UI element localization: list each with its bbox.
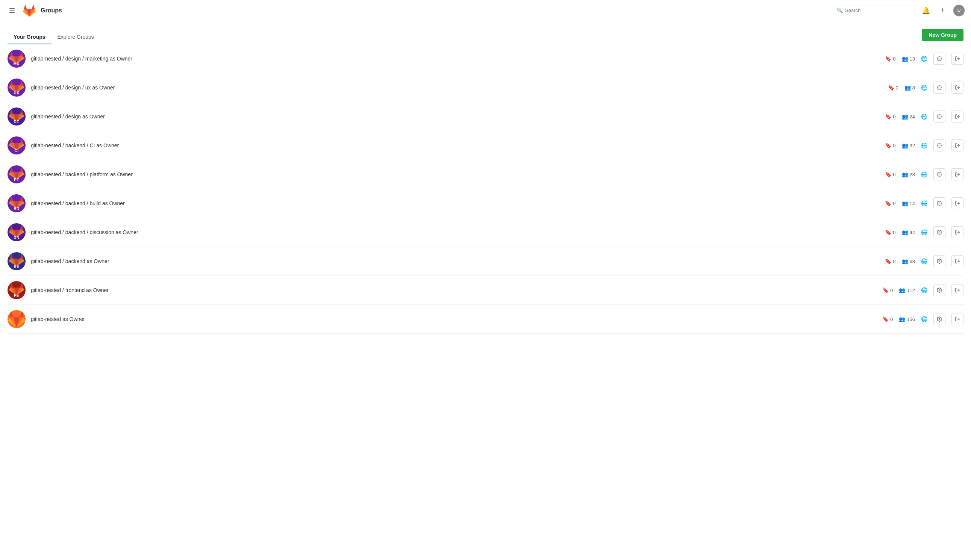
group-name[interactable]: gitlab-nested / design / ux as Owner <box>31 85 888 91</box>
members-count: 👥 156 <box>899 316 915 322</box>
bookmark-icon: 🔖 <box>885 113 891 120</box>
main-content: Your Groups Explore Groups New Group MK … <box>0 21 971 334</box>
settings-button[interactable] <box>933 313 946 325</box>
bookmark-count: 🔖 0 <box>885 142 896 148</box>
leave-button[interactable] <box>951 197 963 209</box>
bookmark-icon: 🔖 <box>885 200 891 206</box>
group-initials: UX <box>14 91 20 95</box>
settings-button[interactable] <box>933 226 946 238</box>
group-name[interactable]: gitlab-nested as Owner <box>31 316 882 322</box>
members-count: 👥 28 <box>902 172 915 177</box>
gear-icon <box>937 317 942 322</box>
add-button[interactable]: + <box>936 5 948 17</box>
leave-button[interactable] <box>951 284 963 296</box>
svg-point-4 <box>939 116 940 117</box>
tabs-container: Your Groups Explore Groups <box>8 25 100 44</box>
members-count: 👥 14 <box>902 200 915 206</box>
leave-button[interactable] <box>951 82 963 93</box>
bookmark-value: 0 <box>893 56 896 62</box>
group-avatar: FE <box>8 281 25 299</box>
settings-button[interactable] <box>933 255 946 267</box>
group-meta: 🔖 0 👥 24 🌐 <box>885 110 963 123</box>
leave-button[interactable] <box>951 255 963 267</box>
bookmark-icon: 🔖 <box>885 229 891 235</box>
settings-button[interactable] <box>933 168 946 180</box>
group-name[interactable]: gitlab-nested / backend / platform as Ow… <box>31 172 885 177</box>
visibility-indicator: 🌐 <box>921 113 928 120</box>
settings-button[interactable] <box>933 197 946 209</box>
visibility-indicator: 🌐 <box>921 142 928 148</box>
hamburger-menu-button[interactable]: ☰ <box>6 5 18 17</box>
leave-icon <box>955 201 960 206</box>
group-name[interactable]: gitlab-nested / frontend as Owner <box>31 287 882 293</box>
members-value: 14 <box>910 201 915 206</box>
group-row: PF gitlab-nested / backend / platform as… <box>8 160 963 189</box>
group-name[interactable]: gitlab-nested / backend / build as Owner <box>31 200 885 206</box>
group-meta: 🔖 0 👥 156 🌐 <box>882 313 963 325</box>
members-icon: 👥 <box>902 142 908 148</box>
globe-icon: 🌐 <box>921 142 928 148</box>
members-value: 8 <box>913 85 915 91</box>
group-avatar: BD <box>8 194 25 212</box>
tab-your-groups[interactable]: Your Groups <box>8 30 52 44</box>
bookmark-icon: 🔖 <box>885 56 891 62</box>
tab-explore-groups[interactable]: Explore Groups <box>52 30 100 44</box>
group-meta: 🔖 0 👥 14 🌐 <box>885 197 963 209</box>
leave-button[interactable] <box>951 313 963 325</box>
group-initials: DN <box>13 236 19 240</box>
bookmark-value: 0 <box>890 317 893 322</box>
search-input[interactable] <box>845 8 911 13</box>
bookmark-count: 🔖 0 <box>885 113 896 120</box>
group-meta: 🔖 0 👥 68 🌐 <box>885 255 963 267</box>
bookmark-value: 0 <box>893 143 896 148</box>
members-count: 👥 44 <box>902 229 915 235</box>
bookmark-value: 0 <box>896 85 898 91</box>
leave-icon <box>955 114 960 119</box>
leave-button[interactable] <box>951 110 963 123</box>
main-header: ☰ Groups 🔍 🔔 + U <box>0 0 971 21</box>
settings-button[interactable] <box>933 53 946 65</box>
group-row: DE gitlab-nested / design as Owner 🔖 0 👥… <box>8 102 963 131</box>
group-initials: CI <box>15 149 19 153</box>
leave-button[interactable] <box>951 168 963 180</box>
visibility-indicator: 🌐 <box>921 258 928 264</box>
leave-icon <box>955 56 960 61</box>
group-row: CI gitlab-nested / backend / CI as Owner… <box>8 131 963 160</box>
group-name[interactable]: gitlab-nested / backend / discussion as … <box>31 229 885 235</box>
search-icon: 🔍 <box>837 8 843 13</box>
members-count: 👥 32 <box>902 142 915 148</box>
bookmark-count: 🔖 0 <box>882 287 893 293</box>
settings-button[interactable] <box>933 140 946 152</box>
visibility-indicator: 🌐 <box>921 200 928 206</box>
bookmark-value: 0 <box>893 172 896 177</box>
fox-icon <box>8 310 25 328</box>
svg-point-6 <box>939 145 940 146</box>
settings-button[interactable] <box>933 110 946 123</box>
leave-icon <box>955 85 960 90</box>
notifications-button[interactable]: 🔔 <box>920 5 932 17</box>
leave-button[interactable] <box>951 140 963 152</box>
members-icon: 👥 <box>899 316 905 322</box>
bookmark-value: 0 <box>893 201 896 206</box>
members-value: 24 <box>910 114 915 120</box>
group-name[interactable]: gitlab-nested / design / marketing as Ow… <box>31 56 885 62</box>
settings-button[interactable] <box>933 284 946 296</box>
group-name[interactable]: gitlab-nested / design as Owner <box>31 113 885 120</box>
group-initials: DE <box>14 120 20 124</box>
leave-button[interactable] <box>951 226 963 238</box>
new-group-button[interactable]: New Group <box>922 29 963 41</box>
gear-icon <box>937 201 942 206</box>
group-row: DN gitlab-nested / backend / discussion … <box>8 218 963 247</box>
settings-button[interactable] <box>933 82 946 93</box>
search-box[interactable]: 🔍 <box>833 6 915 15</box>
leave-icon <box>955 172 960 177</box>
members-icon: 👥 <box>902 113 908 120</box>
user-avatar[interactable]: U <box>953 5 965 17</box>
group-name[interactable]: gitlab-nested / backend / CI as Owner <box>31 142 885 148</box>
visibility-indicator: 🌐 <box>921 229 928 235</box>
svg-point-8 <box>939 173 940 175</box>
leave-button[interactable] <box>951 53 963 65</box>
bookmark-icon: 🔖 <box>882 287 889 293</box>
tabs-row: Your Groups Explore Groups New Group <box>8 21 963 44</box>
group-name[interactable]: gitlab-nested / backend as Owner <box>31 258 885 264</box>
